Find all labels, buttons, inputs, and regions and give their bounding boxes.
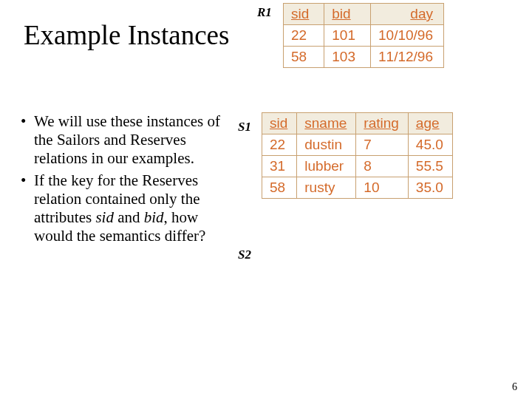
bullet-text-and: and — [114, 208, 144, 226]
table-row: 58 rusty 10 35.0 — [262, 177, 453, 199]
label-r1: R1 — [257, 5, 272, 20]
cell: 55.5 — [408, 156, 452, 177]
table-header-row: sid bid day — [284, 4, 444, 25]
table-r1: sid bid day 22 101 10/10/96 58 103 11/12… — [283, 3, 444, 68]
cell: lubber — [297, 156, 356, 177]
table-row: 58 103 11/12/96 — [284, 47, 444, 68]
cell: 31 — [262, 156, 297, 177]
cell: 101 — [324, 25, 371, 47]
cell: 7 — [356, 134, 409, 156]
bid-term: bid — [144, 208, 164, 226]
col-rating: rating — [356, 113, 409, 134]
cell: 10/10/96 — [371, 25, 444, 47]
table-header-row: sid sname rating age — [262, 113, 453, 134]
cell: dustin — [297, 134, 356, 156]
bullet-item: If the key for the Reserves relation con… — [21, 171, 239, 246]
cell: 22 — [262, 134, 297, 156]
cell: 103 — [324, 47, 371, 68]
table-s1: sid sname rating age 22 dustin 7 45.0 31… — [262, 112, 453, 199]
table-row: 31 lubber 8 55.5 — [262, 156, 453, 177]
col-bid: bid — [324, 4, 371, 25]
cell: 58 — [284, 47, 324, 68]
cell: 11/12/96 — [371, 47, 444, 68]
page-number: 6 — [512, 381, 517, 393]
col-sname: sname — [297, 113, 356, 134]
label-s1: S1 — [238, 120, 251, 134]
cell: rusty — [297, 177, 356, 199]
cell: 10 — [356, 177, 409, 199]
bullet-list: We will use these instances of the Sailo… — [21, 112, 239, 248]
cell: 22 — [284, 25, 324, 47]
col-sid: sid — [284, 4, 324, 25]
slide-title: Example Instances — [24, 19, 229, 51]
col-age: age — [408, 113, 452, 134]
col-day: day — [371, 4, 444, 25]
bullet-item: We will use these instances of the Sailo… — [21, 112, 239, 168]
col-sid: sid — [262, 113, 297, 134]
sid-term: sid — [95, 208, 114, 226]
table-row: 22 dustin 7 45.0 — [262, 134, 453, 156]
table-row: 22 101 10/10/96 — [284, 25, 444, 47]
cell: 45.0 — [408, 134, 452, 156]
cell: 8 — [356, 156, 409, 177]
label-s2: S2 — [238, 248, 251, 262]
bullet-text: We will use these instances of the Sailo… — [34, 112, 220, 167]
cell: 35.0 — [408, 177, 452, 199]
cell: 58 — [262, 177, 297, 199]
